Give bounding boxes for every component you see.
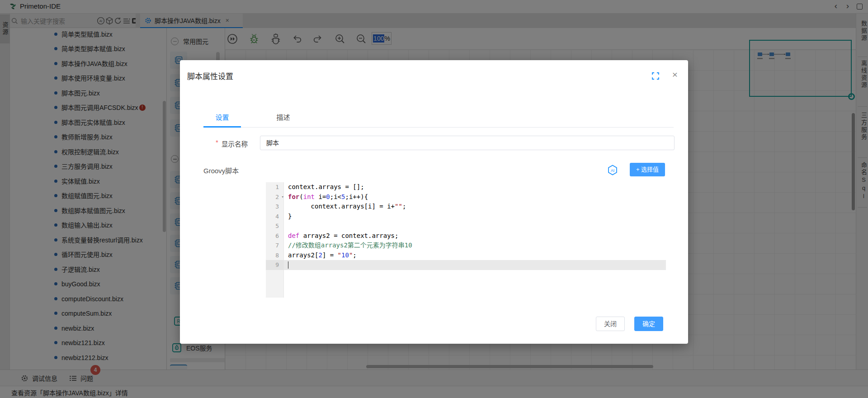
line-number: 7 — [266, 241, 283, 251]
dialog-tabs: 设置 描述 — [203, 110, 674, 128]
code-line[interactable]: } — [284, 212, 666, 222]
svg-text:AI: AI — [611, 168, 614, 173]
close-button[interactable]: 关闭 — [596, 317, 625, 331]
close-icon[interactable]: × — [670, 69, 680, 80]
line-number: 4 — [266, 212, 283, 222]
line-number: 8 — [266, 251, 283, 261]
tab-settings[interactable]: 设置 — [203, 110, 241, 128]
dialog-title: 脚本属性设置 — [187, 70, 233, 81]
line-number: 6 — [266, 231, 283, 241]
editor-code-area[interactable]: context.arrays = [];for(int i=0;i<5;i++)… — [284, 182, 666, 298]
tab-description[interactable]: 描述 — [264, 110, 302, 128]
display-name-input[interactable]: 脚本 — [260, 136, 675, 150]
script-properties-dialog: 脚本属性设置 × 设置 描述 * 显示名称 脚本 Groovy脚本 AI + 选… — [180, 60, 688, 344]
code-line[interactable] — [284, 221, 666, 231]
code-line[interactable]: context.arrays[i] = i+""; — [284, 202, 666, 212]
code-line[interactable]: for(int i=0;i<5;i++){ — [284, 192, 666, 202]
code-line[interactable]: //修改数组arrays2第二个元素为字符串10 — [284, 241, 666, 251]
fullscreen-icon[interactable] — [652, 72, 659, 80]
app-window: Primeton-IDE ‹ › 输入关键字搜索 AI 脚本操作JAVA数组.b — [0, 0, 868, 398]
text-cursor — [288, 261, 288, 269]
ai-generate-icon[interactable]: AI — [607, 165, 618, 175]
line-number: 3 — [266, 202, 283, 212]
groovy-script-label: Groovy脚本 — [203, 166, 239, 175]
code-line[interactable] — [284, 260, 666, 270]
select-value-button[interactable]: + 选择值 — [630, 163, 665, 176]
groovy-code-editor[interactable]: 12▾3456789 context.arrays = [];for(int i… — [266, 182, 666, 298]
display-name-label: 显示名称 — [222, 139, 248, 148]
editor-gutter: 12▾3456789 — [266, 182, 284, 298]
code-line[interactable]: arrays2[2] = "10"; — [284, 251, 666, 261]
line-number: 5 — [266, 221, 283, 231]
line-number: 2▾ — [266, 192, 283, 202]
line-number: 1 — [266, 182, 283, 192]
required-mark: * — [216, 138, 218, 146]
code-line[interactable]: context.arrays = []; — [284, 182, 666, 192]
line-number: 9 — [266, 260, 283, 270]
code-line[interactable]: def arrays2 = context.arrays; — [284, 231, 666, 241]
confirm-button[interactable]: 确定 — [634, 317, 663, 331]
